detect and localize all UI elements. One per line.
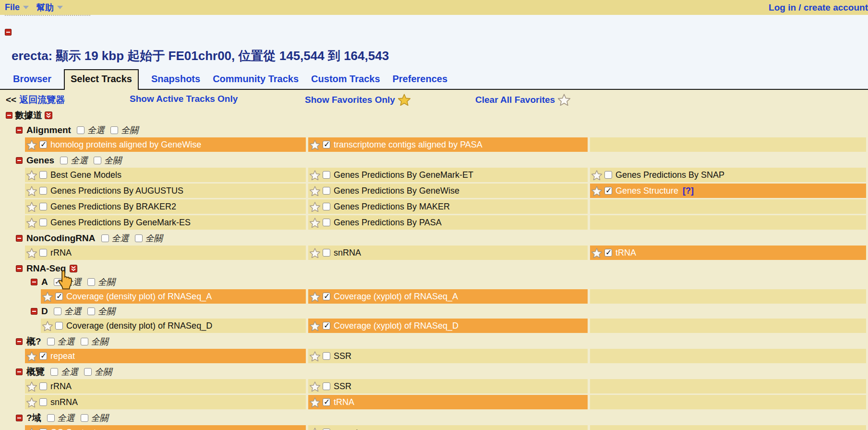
favorite-star-icon[interactable] <box>310 202 320 212</box>
collapse-section-icon[interactable] <box>16 157 23 164</box>
favorite-star-icon[interactable] <box>310 292 320 302</box>
track-checkbox[interactable] <box>323 322 330 330</box>
track-checkbox[interactable] <box>323 382 330 390</box>
track-checkbox[interactable] <box>323 293 330 300</box>
favorite-star-icon[interactable] <box>310 248 320 258</box>
favorite-star-icon[interactable] <box>310 186 320 196</box>
track-checkbox[interactable] <box>39 141 47 148</box>
track-checkbox[interactable] <box>39 187 47 195</box>
tab-snapshots[interactable]: Snapshots <box>151 74 200 89</box>
track-checkbox[interactable] <box>39 171 47 179</box>
favorite-star-icon[interactable] <box>42 292 53 302</box>
favorite-star-icon[interactable] <box>26 351 37 361</box>
track-checkbox[interactable] <box>39 203 47 210</box>
deselect-all-checkbox[interactable] <box>84 368 92 376</box>
favorite-star-icon[interactable] <box>26 140 37 150</box>
deselect-all-checkbox[interactable] <box>87 307 95 315</box>
track-checkbox[interactable] <box>323 352 330 360</box>
track-checkbox[interactable] <box>604 171 612 179</box>
favorite-star-icon[interactable] <box>26 170 37 180</box>
track-cell: Genes Predictions By AUGUSTUS <box>25 184 306 198</box>
favorite-star-icon[interactable] <box>558 94 570 106</box>
track-checkbox[interactable] <box>323 141 330 148</box>
tab-bar: Browser Select Tracks Snapshots Communit… <box>0 69 868 89</box>
collapse-subgroup-icon[interactable] <box>31 308 37 315</box>
select-all-checkbox[interactable] <box>47 338 55 345</box>
deselect-all-checkbox[interactable] <box>81 414 88 422</box>
deselect-all-checkbox[interactable] <box>135 234 143 242</box>
back-to-browser-link[interactable]: 返回流覽器 <box>19 94 65 106</box>
track-checkbox[interactable] <box>39 398 47 406</box>
select-all-checkbox[interactable] <box>101 234 109 242</box>
tab-preferences[interactable]: Preferences <box>393 74 448 89</box>
track-checkbox[interactable] <box>323 203 330 210</box>
tab-browser[interactable]: Browser <box>13 74 51 89</box>
scroll-down-icon[interactable] <box>70 265 77 272</box>
login-link[interactable]: Log in / create account <box>769 2 868 13</box>
favorite-star-icon[interactable] <box>26 397 37 407</box>
favorite-star-icon[interactable] <box>42 321 53 331</box>
track-checkbox[interactable] <box>39 352 47 360</box>
track-checkbox[interactable] <box>55 322 63 330</box>
collapse-page-icon[interactable] <box>5 29 12 36</box>
favorite-star-icon[interactable] <box>310 321 320 331</box>
favorite-star-icon[interactable] <box>310 428 320 430</box>
tab-community-tracks[interactable]: Community Tracks <box>213 74 299 89</box>
favorite-star-icon[interactable] <box>310 170 320 180</box>
show-favorites-link[interactable]: Show Favorites Only <box>305 95 395 105</box>
track-checkbox[interactable] <box>323 249 330 257</box>
collapse-section-icon[interactable] <box>16 415 23 421</box>
track-checkbox[interactable] <box>323 187 330 195</box>
select-all-checkbox[interactable] <box>50 368 58 376</box>
favorite-star-icon[interactable] <box>26 202 37 212</box>
collapse-section-icon[interactable] <box>16 338 23 345</box>
track-checkbox[interactable] <box>39 382 47 390</box>
favorite-star-icon[interactable] <box>26 381 37 392</box>
show-active-tracks-link[interactable]: Show Active Tracks Only <box>130 94 238 104</box>
favorite-star-icon[interactable] <box>591 186 602 196</box>
select-all-checkbox[interactable] <box>47 414 55 422</box>
favorite-star-icon[interactable] <box>310 397 320 407</box>
favorite-star-icon[interactable] <box>310 140 320 150</box>
track-checkbox[interactable] <box>39 219 47 226</box>
select-all-checkbox[interactable] <box>54 307 61 315</box>
favorite-star-icon[interactable] <box>591 248 602 258</box>
track-checkbox[interactable] <box>323 219 330 226</box>
favorite-star-icon[interactable] <box>310 381 320 392</box>
favorite-star-icon[interactable] <box>26 218 37 228</box>
track-checkbox[interactable] <box>39 249 47 257</box>
select-all-checkbox[interactable] <box>60 157 68 164</box>
track-checkbox[interactable] <box>604 187 612 195</box>
select-all-checkbox[interactable] <box>54 278 61 286</box>
select-all-label: 全選 <box>112 233 129 244</box>
track-checkbox[interactable] <box>55 293 63 300</box>
tab-custom-tracks[interactable]: Custom Tracks <box>311 74 380 89</box>
clear-favorites-link[interactable]: Clear All Favorites <box>475 95 555 105</box>
favorite-star-icon[interactable] <box>26 428 37 430</box>
collapse-root-icon[interactable] <box>6 112 12 119</box>
favorite-star-gold-icon[interactable] <box>398 94 410 106</box>
favorite-star-icon[interactable] <box>310 351 320 361</box>
favorite-star-icon[interactable] <box>591 170 602 180</box>
file-menu[interactable]: File <box>5 2 29 12</box>
help-menu[interactable]: 幫助 <box>36 2 63 13</box>
favorite-star-icon[interactable] <box>26 248 37 258</box>
scroll-down-icon[interactable] <box>45 111 52 119</box>
deselect-all-checkbox[interactable] <box>87 278 95 286</box>
track-checkbox[interactable] <box>323 398 330 406</box>
track-help-link[interactable]: [?] <box>683 186 694 196</box>
collapse-section-icon[interactable] <box>16 369 23 375</box>
favorite-star-icon[interactable] <box>310 218 320 228</box>
deselect-all-checkbox[interactable] <box>94 157 101 164</box>
deselect-all-checkbox[interactable] <box>81 338 88 345</box>
select-all-checkbox[interactable] <box>77 126 84 134</box>
collapse-section-icon[interactable] <box>16 265 23 272</box>
track-checkbox[interactable] <box>604 249 612 257</box>
tab-select-tracks[interactable]: Select Tracks <box>64 69 139 90</box>
deselect-all-checkbox[interactable] <box>110 126 118 134</box>
favorite-star-icon[interactable] <box>26 186 37 196</box>
collapse-section-icon[interactable] <box>16 127 23 134</box>
collapse-section-icon[interactable] <box>16 235 23 242</box>
collapse-subgroup-icon[interactable] <box>31 279 37 285</box>
track-checkbox[interactable] <box>323 171 330 179</box>
